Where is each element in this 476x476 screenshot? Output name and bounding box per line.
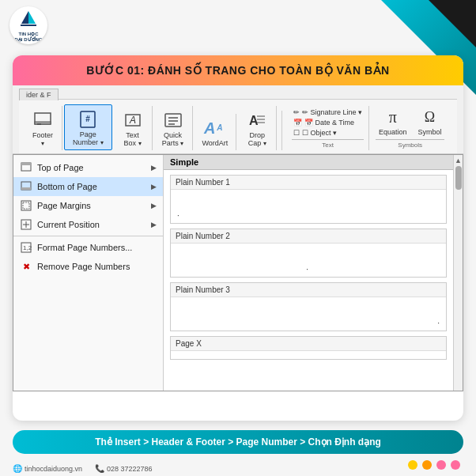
menu-label-margins: Page Margins — [37, 201, 91, 210]
ribbon-group-text-items: ✏ ✏ Signature Line ▾ 📅 📅 Date & Time ☐ ☐… — [287, 106, 369, 150]
phone-area: 📞 028 37222786 — [95, 464, 153, 473]
footer-info: 🌐 tinhocdaiduong.vn 📞 028 37222786 — [13, 464, 153, 473]
ribbon-group-page-number: # PageNumber ▾ — [64, 104, 112, 150]
logo-text: TIN HỌC — [19, 32, 39, 37]
website-area: 🌐 tinhocdaiduong.vn — [13, 464, 82, 473]
symbol-button[interactable]: Ω Symbol — [414, 104, 444, 138]
plain-number-3-label: Plain Number 3 — [171, 283, 446, 297]
quick-parts-icon — [162, 109, 184, 131]
logo-circle: TIN HỌC ĐẠI DƯƠNG — [9, 6, 47, 44]
menu-item-bottom-of-page[interactable]: Bottom of Page ▶ — [13, 177, 163, 196]
main-card: BƯỚC 01: ĐÁNH SỐ TRANG CHO TOÀN BỘ VĂN B… — [13, 55, 463, 421]
menu-label-bottom: Bottom of Page — [37, 182, 97, 191]
ribbon-group-footer: Footer▾ — [24, 106, 62, 150]
scroll-up-arrow[interactable]: ▲ — [455, 157, 462, 164]
footer-icon — [32, 109, 54, 131]
plain-number-2-label: Plain Number 2 — [171, 229, 446, 244]
plain-number-1-label: Plain Number 1 — [171, 176, 446, 190]
menu-item-top-of-page[interactable]: Top of Page ▶ — [13, 158, 163, 177]
equation-label: Equation — [379, 128, 407, 136]
phone-text: 028 37222786 — [107, 465, 153, 473]
page-x-item[interactable]: Page X — [170, 336, 447, 360]
ribbon-group-text-box: A TextBox ▾ — [114, 106, 153, 150]
menu-label-remove: Remove Page Numbers — [37, 262, 130, 271]
logo-area: TIN HỌC ĐẠI DƯƠNG — [9, 6, 47, 44]
dots-area — [408, 460, 460, 470]
plain-number-1-item[interactable]: Plain Number 1 · — [170, 175, 447, 224]
logo-subtext: ĐẠI DƯƠNG — [15, 37, 43, 43]
menu-label-top: Top of Page — [37, 163, 84, 172]
bottom-bar: Thẻ Insert > Header & Footer > Page Numb… — [13, 430, 463, 454]
svg-rect-20 — [21, 163, 31, 165]
symbol-icon: Ω — [418, 106, 440, 128]
scrollbar[interactable]: ▲ — [453, 155, 463, 391]
plain-number-1-preview: · — [171, 190, 446, 223]
plain-number-2-preview: · — [171, 244, 446, 277]
drop-cap-label: DropCap ▾ — [248, 131, 266, 147]
date-time-button[interactable]: 📅 📅 Date & Time — [292, 118, 364, 127]
drop-cap-button[interactable]: A DropCap ▾ — [243, 108, 271, 149]
dot-2 — [422, 460, 432, 470]
globe-icon: 🌐 — [13, 464, 22, 473]
text-box-icon: A — [122, 109, 144, 131]
equation-icon: π — [382, 106, 404, 128]
scroll-thumb[interactable] — [455, 166, 462, 190]
svg-text:1,2: 1,2 — [23, 244, 32, 251]
menu-icon-current — [20, 218, 32, 231]
quick-parts-label: QuickParts ▾ — [162, 131, 184, 147]
dropdown-area: Top of Page ▶ Bottom of Page ▶ Page Marg… — [13, 154, 463, 391]
menu-item-format[interactable]: 1,2 Format Page Numbers... — [13, 238, 163, 257]
ribbon-tab[interactable]: ider & F — [19, 89, 59, 100]
ribbon-toolbar: Footer▾ # PageNumber ▾ — [19, 99, 457, 153]
dot-3 — [436, 460, 446, 470]
svg-marker-1 — [28, 11, 36, 24]
menu-icon-remove: ✖ — [20, 260, 32, 273]
text-box-button[interactable]: A TextBox ▾ — [119, 108, 147, 149]
equation-button[interactable]: π Equation — [376, 104, 410, 138]
menu-arrow-margins: ▶ — [151, 202, 157, 210]
phone-icon: 📞 — [95, 464, 104, 473]
plain-number-3-item[interactable]: Plain Number 3 · — [170, 282, 447, 331]
signature-line-button[interactable]: ✏ ✏ Signature Line ▾ — [292, 108, 364, 117]
object-button[interactable]: ☐ ☐ Object ▾ — [292, 128, 364, 138]
menu-item-remove[interactable]: ✖ Remove Page Numbers — [13, 257, 163, 276]
menu-item-current-position[interactable]: Current Position ▶ — [13, 215, 163, 234]
svg-rect-22 — [21, 187, 31, 190]
ribbon-group-wordart: A A WordArt — [195, 114, 237, 150]
footer-button[interactable]: Footer▾ — [28, 108, 57, 149]
text-group-label: Text — [292, 139, 364, 149]
menu-label-current: Current Position — [37, 220, 100, 229]
svg-rect-24 — [23, 202, 29, 209]
wordart-button[interactable]: A A WordArt — [199, 115, 232, 149]
page-num-1-number: · — [177, 211, 179, 220]
footer-label: Footer▾ — [32, 131, 53, 147]
dropdown-separator — [13, 236, 163, 236]
dot-4 — [451, 460, 460, 470]
drop-cap-icon: A — [246, 109, 268, 131]
page-num-2-number: · — [306, 265, 308, 274]
svg-text:A: A — [129, 115, 136, 126]
page-num-panel: Plain Number 1 · Plain Number 2 · — [164, 170, 453, 391]
menu-icon-bottom — [20, 180, 32, 193]
ribbon-group-quick-parts: QuickParts ▾ — [154, 106, 193, 150]
page-num-3-number: · — [437, 319, 440, 327]
menu-icon-format: 1,2 — [20, 241, 32, 254]
wordart-icon: A A — [204, 117, 226, 139]
page-num-panel-wrapper: Simple Plain Number 1 · Plain Number 2 · — [164, 155, 453, 391]
symbol-label: Symbol — [417, 128, 441, 136]
menu-icon-top — [20, 161, 32, 174]
quick-parts-button[interactable]: QuickParts ▾ — [159, 108, 187, 149]
ribbon-group-symbols: π Equation Ω Symbol Symbols — [371, 103, 450, 150]
card-header: BƯỚC 01: ĐÁNH SỐ TRANG CHO TOÀN BỘ VĂN B… — [13, 55, 463, 85]
menu-arrow-current: ▶ — [151, 221, 157, 229]
wordart-label: WordArt — [202, 139, 229, 147]
word-ribbon: ider & F Footer▾ — [13, 85, 463, 154]
menu-item-page-margins[interactable]: Page Margins ▶ — [13, 196, 163, 215]
page-x-label: Page X — [171, 337, 446, 351]
menu-label-format: Format Page Numbers... — [37, 243, 132, 252]
page-number-button[interactable]: # PageNumber ▾ — [70, 107, 107, 148]
plain-number-2-item[interactable]: Plain Number 2 · — [170, 229, 447, 278]
website-text: tinhocdaiduong.vn — [25, 465, 82, 473]
outer-container: TIN HỌC ĐẠI DƯƠNG BƯỚC 01: ĐÁNH SỐ TRANG… — [0, 0, 476, 476]
logo-icon — [17, 8, 40, 32]
